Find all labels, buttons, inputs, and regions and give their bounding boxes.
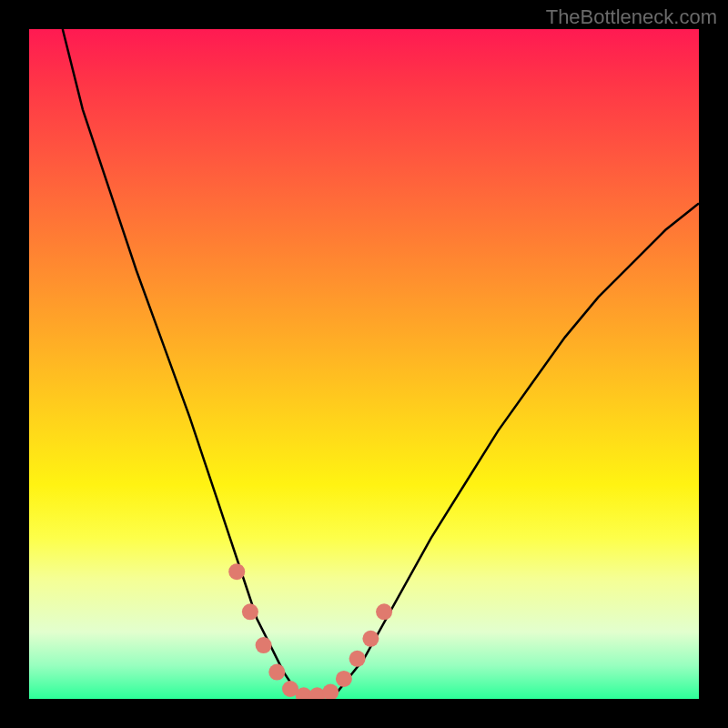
curve-markers <box>228 563 392 699</box>
data-marker <box>256 637 272 653</box>
data-marker <box>228 563 245 580</box>
data-marker <box>336 671 352 687</box>
data-marker <box>349 651 366 667</box>
data-marker <box>322 684 339 699</box>
watermark-text: TheBottleneck.com <box>546 5 717 29</box>
chart-svg <box>29 29 699 699</box>
data-marker <box>362 631 379 647</box>
bottleneck-curve <box>63 29 699 695</box>
plot-area <box>29 29 699 699</box>
curve-line <box>63 29 699 695</box>
data-marker <box>376 603 392 620</box>
chart-container: TheBottleneck.com <box>0 0 728 728</box>
data-marker <box>242 603 258 620</box>
data-marker <box>268 664 285 681</box>
